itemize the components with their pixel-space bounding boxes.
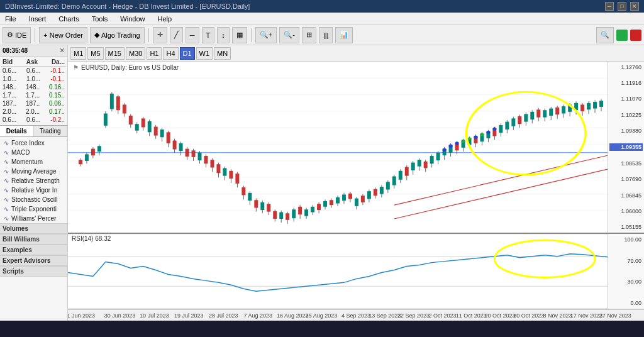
symbol-label: EURUSD, Daily: Euro vs US Dollar <box>81 64 179 71</box>
bars-button[interactable]: ||| <box>319 27 333 43</box>
tf-w1[interactable]: W1 <box>196 47 213 60</box>
section-bill-williams: Bill Williams <box>0 234 67 245</box>
menu-help[interactable]: Help <box>155 14 174 24</box>
menu-bar: File Insert Charts Tools Window Help <box>0 13 644 25</box>
indicator-momentum[interactable]: ∿ Momentum <box>0 157 67 167</box>
svg-rect-39 <box>160 130 164 137</box>
tf-m15[interactable]: M15 <box>105 47 125 60</box>
indicator-williams[interactable]: ∿ Williams' Percer <box>0 214 67 223</box>
chart-type-button[interactable]: ⊞ <box>302 27 316 43</box>
tab-details[interactable]: Details <box>0 126 34 136</box>
rsi-scale: 100.00 70.00 30.00 0.00 <box>608 234 644 309</box>
price-level: 1.08535 <box>609 160 643 167</box>
price-level: 1.09355 <box>609 143 643 151</box>
ide-button[interactable]: ⚙ IDE <box>3 27 31 43</box>
svg-rect-111 <box>386 182 390 189</box>
svg-rect-49 <box>192 150 196 157</box>
svg-rect-73 <box>267 204 270 211</box>
price-level: 1.10225 <box>609 112 643 118</box>
indicator-triple-exp[interactable]: ∿ Triple Exponenti <box>0 204 67 214</box>
svg-point-182 <box>455 141 459 145</box>
svg-rect-61 <box>229 171 233 179</box>
svg-rect-15 <box>85 154 89 161</box>
title-text: DBInvest-Limited: Demo Account - Hedge -… <box>5 3 250 10</box>
indicator-label: Force Index <box>11 140 45 146</box>
chart-area: M1 M5 M15 M30 H1 H4 D1 W1 MN ⚑ EURUSD, D… <box>68 45 644 321</box>
indicator-label: Stochastic Oscill <box>11 196 57 203</box>
price-level: 1.09380 <box>609 128 643 134</box>
indicator-list: ∿ Force Index ∿ MACD ∿ Momentum ∿ Moving… <box>0 137 67 321</box>
new-order-button[interactable]: + New Order <box>39 27 87 43</box>
indicator-rvi[interactable]: ∿ Relative Vigor In <box>0 185 67 195</box>
line-button[interactable]: ╱ <box>170 27 183 43</box>
crosshair-button[interactable]: ✛ <box>153 27 167 43</box>
svg-rect-23 <box>110 94 114 109</box>
main-chart[interactable]: ⚑ EURUSD, Daily: Euro vs US Dollar <box>68 62 644 234</box>
date-tick: 8 Nov 2023 <box>543 312 572 319</box>
tab-trading[interactable]: Trading <box>34 126 68 136</box>
svg-point-183 <box>462 140 465 143</box>
svg-rect-75 <box>273 211 277 219</box>
tf-m30[interactable]: M30 <box>126 47 145 60</box>
zoom-in-button[interactable]: 🔍+ <box>255 27 277 43</box>
zoom-out-button[interactable]: 🔍- <box>279 27 299 43</box>
svg-rect-41 <box>167 132 170 143</box>
indicator-macd[interactable]: ∿ MACD <box>0 148 67 157</box>
tf-h1[interactable]: H1 <box>147 47 162 60</box>
menu-tools[interactable]: Tools <box>89 14 111 24</box>
indicator-force-index[interactable]: ∿ Force Index <box>0 138 67 148</box>
rsi-level-100: 100.00 <box>609 236 643 243</box>
tf-h4[interactable]: H4 <box>163 47 178 60</box>
text-button[interactable]: T <box>202 27 215 43</box>
section-examples: Examples <box>0 245 67 255</box>
svg-point-194 <box>494 240 595 278</box>
wave-icon: ∿ <box>4 187 9 194</box>
svg-point-186 <box>480 133 484 136</box>
separator-1 <box>35 28 35 42</box>
menu-insert[interactable]: Insert <box>26 14 49 24</box>
svg-point-181 <box>449 145 453 148</box>
svg-rect-31 <box>135 124 139 131</box>
minimize-button[interactable]: ─ <box>605 2 614 11</box>
indicator-stochastic[interactable]: ∿ Stochastic Oscill <box>0 195 67 204</box>
tf-d1[interactable]: D1 <box>180 47 195 60</box>
price-header: Bid Ask Da... <box>1 58 66 67</box>
sidebar-close[interactable]: ✕ <box>59 47 65 55</box>
wave-icon: ∿ <box>4 196 9 203</box>
indicator-moving-average[interactable]: ∿ Moving Average <box>0 167 67 176</box>
menu-window[interactable]: Window <box>118 14 147 24</box>
wave-icon: ∿ <box>4 215 9 222</box>
indicator-rsi[interactable]: ∿ Relative Strength <box>0 176 67 185</box>
wave-icon: ∿ <box>4 177 9 184</box>
shapes-button[interactable]: ▦ <box>232 27 247 43</box>
date-tick: 7 Aug 2023 <box>243 312 272 319</box>
indicators-button[interactable]: 📊 <box>335 27 353 43</box>
maximize-button[interactable]: □ <box>618 2 626 11</box>
svg-rect-71 <box>260 202 264 210</box>
tf-m5[interactable]: M5 <box>87 47 103 60</box>
svg-rect-69 <box>254 200 258 207</box>
date-tick: 4 Sep 2023 <box>341 312 370 319</box>
svg-rect-45 <box>179 143 183 151</box>
tf-mn[interactable]: MN <box>214 47 231 60</box>
separator-3 <box>251 28 252 42</box>
svg-rect-115 <box>399 171 402 180</box>
search-button[interactable]: 🔍 <box>596 27 614 43</box>
plus-icon: + <box>43 31 47 39</box>
hline-button[interactable]: ─ <box>186 27 199 43</box>
menu-charts[interactable]: Charts <box>56 14 81 24</box>
svg-rect-27 <box>123 104 126 113</box>
price-row: 1.7...1.7...0.15.. <box>1 91 66 99</box>
svg-rect-21 <box>104 113 108 125</box>
svg-rect-37 <box>154 127 158 136</box>
tf-m1[interactable]: M1 <box>70 47 86 60</box>
close-button[interactable]: ✕ <box>630 2 639 11</box>
algo-trading-button[interactable]: ◆ Algo Trading <box>90 27 145 43</box>
svg-rect-117 <box>405 167 409 176</box>
sidebar-tabs: Details Trading <box>0 126 67 137</box>
menu-file[interactable]: File <box>3 14 19 24</box>
arrow-button[interactable]: ↕ <box>217 27 230 43</box>
svg-rect-155 <box>524 114 528 121</box>
svg-rect-159 <box>536 109 540 117</box>
svg-rect-175 <box>587 103 591 110</box>
